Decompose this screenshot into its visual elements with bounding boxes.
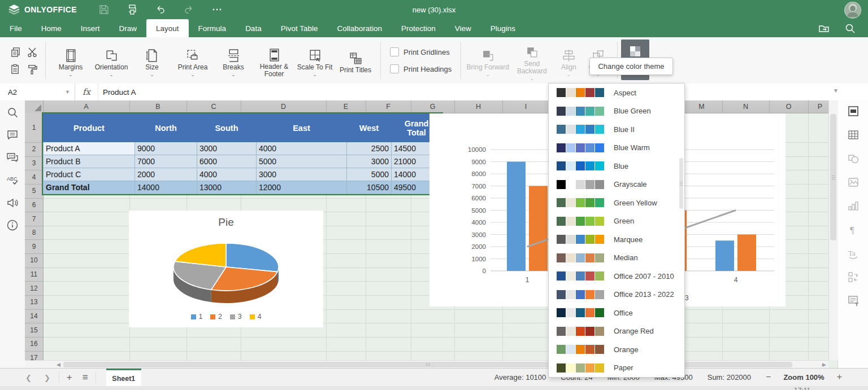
avatar[interactable] (844, 2, 861, 19)
table-cell[interactable]: Product A (44, 142, 135, 155)
print-area-button[interactable]: Print Area⌄ (172, 44, 213, 77)
row-header-2[interactable]: 2 (25, 142, 43, 157)
copy-icon[interactable] (7, 47, 24, 58)
theme-item-orange-red[interactable]: Orange Red (549, 322, 684, 341)
column-header-P[interactable]: P (808, 100, 828, 113)
row-header-17[interactable]: 17 (25, 351, 43, 360)
bring-forward-button[interactable]: Bring Forward⌄ (466, 44, 510, 77)
tab-insert[interactable]: Insert (71, 19, 110, 37)
column-header-B[interactable]: B (129, 100, 187, 113)
theme-item-grayscale[interactable]: Grayscale (549, 176, 684, 194)
theme-item-green-yellow[interactable]: Green Yellow (549, 194, 684, 212)
size-button[interactable]: Size⌄ (132, 44, 172, 77)
theme-item-marquee[interactable]: Marquee (549, 230, 684, 249)
table-cell[interactable]: 10500 (347, 181, 392, 194)
breaks-button[interactable]: Breaks⌄ (213, 44, 254, 77)
column-header-F[interactable]: F (366, 100, 411, 113)
dropdown-scrollbar-thumb[interactable] (679, 158, 683, 209)
table-cell[interactable]: 2000 (135, 168, 197, 181)
theme-item-orange[interactable]: Orange (549, 340, 684, 359)
print-titles-button[interactable]: Print Titles (335, 47, 376, 74)
format-painter-icon[interactable] (24, 64, 41, 75)
cell-name-box[interactable]: A2 ▼ (0, 84, 75, 100)
dropdown-scrollbar[interactable] (679, 85, 683, 376)
vertical-scrollbar-thumb[interactable] (830, 114, 836, 240)
table-cell[interactable]: 4000 (257, 142, 347, 155)
table-cell[interactable]: 4000 (197, 168, 257, 181)
table-cell[interactable]: 3000 (197, 142, 257, 155)
column-header-A[interactable]: A (43, 100, 130, 113)
tab-file[interactable]: File (0, 19, 32, 37)
column-header-H[interactable]: H (454, 100, 503, 113)
tab-protection[interactable]: Protection (392, 19, 445, 37)
theme-item-green[interactable]: Green (549, 212, 684, 231)
theme-item-blue-ii[interactable]: Blue II (549, 120, 684, 139)
more-icon[interactable] (211, 4, 223, 15)
tab-data[interactable]: Data (236, 19, 271, 37)
column-header-C[interactable]: C (186, 100, 241, 113)
undo-icon[interactable] (155, 4, 166, 15)
margins-button[interactable]: Margins⌄ (50, 44, 91, 77)
row-header-12[interactable]: 12 (25, 281, 43, 296)
print-headings-checkbox[interactable]: Print Headings (390, 64, 452, 73)
spreadsheet-grid[interactable]: ProductNorthSouthEastWestGrand TotalProd… (25, 100, 828, 360)
feedback-icon[interactable] (6, 196, 19, 209)
zoom-level[interactable]: Zoom 100% (783, 373, 824, 382)
pie-chart[interactable]: Pie 1234 (129, 211, 323, 327)
insert-function-button[interactable]: fx (75, 84, 98, 100)
table-header-cell[interactable]: Product (44, 114, 135, 142)
table-header-cell[interactable]: West (347, 114, 392, 142)
column-headers[interactable]: ABCDEFGHIJKLMNOP (43, 100, 828, 113)
column-header-E[interactable]: E (326, 100, 366, 113)
theme-item-paper[interactable]: Paper (549, 359, 684, 378)
table-cell[interactable]: Product B (44, 155, 135, 168)
table-cell[interactable]: 5000 (257, 155, 347, 168)
shape-settings-icon[interactable] (847, 152, 860, 165)
table-cell[interactable]: 2500 (347, 142, 392, 155)
row-header-14[interactable]: 14 (25, 309, 43, 324)
table-cell[interactable]: 3000 (257, 168, 347, 181)
select-all-corner[interactable] (25, 100, 44, 113)
search-icon[interactable] (844, 23, 856, 34)
comment-icon[interactable] (6, 129, 19, 141)
row-header-5[interactable]: 5 (25, 184, 43, 199)
column-header-I[interactable]: I (502, 100, 550, 113)
column-header-M[interactable]: M (681, 100, 723, 113)
chart-settings-icon[interactable] (847, 200, 860, 212)
row-header-6[interactable]: 6 (25, 198, 43, 213)
table-cell[interactable]: 12000 (257, 181, 347, 194)
textart-settings-icon[interactable]: Ta (847, 247, 860, 260)
theme-item-office[interactable]: Office (549, 304, 684, 322)
row-headers[interactable]: 1234567891011121314151617 (25, 113, 44, 360)
row-header-1[interactable]: 1 (25, 113, 43, 143)
print-gridlines-checkbox[interactable]: Print Gridlines (390, 47, 452, 56)
table-cell[interactable]: 6000 (197, 155, 257, 168)
row-header-15[interactable]: 15 (25, 323, 43, 338)
column-header-O[interactable]: O (769, 100, 809, 113)
pivot-settings-icon[interactable] (847, 271, 860, 283)
row-header-11[interactable]: 11 (25, 268, 43, 282)
table-cell[interactable]: 7000 (135, 155, 197, 168)
row-header-13[interactable]: 13 (25, 295, 43, 310)
redo-icon[interactable] (183, 4, 194, 15)
theme-item-office-2007-2010[interactable]: Office 2007 - 2010 (549, 267, 684, 286)
slicer-settings-icon[interactable] (847, 295, 860, 307)
theme-item-blue[interactable]: Blue (549, 157, 684, 176)
cell-settings-icon[interactable] (847, 105, 860, 117)
table-cell[interactable]: 5000 (347, 168, 392, 181)
scroll-left-icon[interactable]: ◀ (57, 362, 60, 367)
row-header-3[interactable]: 3 (25, 156, 43, 171)
table-cell[interactable]: 13000 (197, 181, 257, 194)
spellcheck-icon[interactable]: ABC (6, 174, 19, 186)
zoom-out-button[interactable]: − (766, 372, 771, 382)
row-header-10[interactable]: 10 (25, 253, 43, 268)
theme-item-median[interactable]: Median (549, 249, 684, 268)
header-footer-button[interactable]: Header & Footer (254, 43, 294, 78)
column-header-D[interactable]: D (241, 100, 327, 113)
table-header-cell[interactable]: South (197, 114, 257, 142)
table-cell[interactable]: 3000 (347, 155, 392, 168)
align-button[interactable]: Align⌄ (554, 44, 583, 77)
orientation-button[interactable]: Orientation⌄ (91, 44, 132, 77)
about-icon[interactable] (6, 219, 19, 231)
row-header-4[interactable]: 4 (25, 170, 43, 185)
